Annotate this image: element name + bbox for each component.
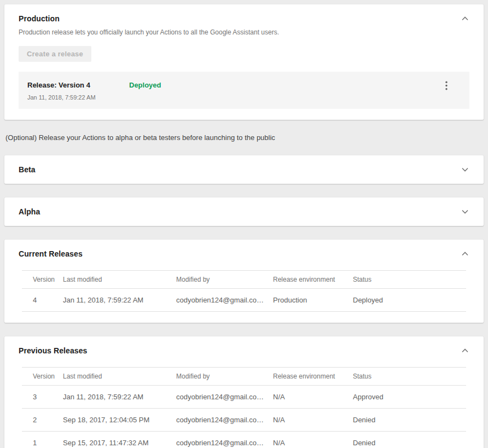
column-status: Status [353,271,466,289]
cell-last-modified: Jan 11, 2018, 7:59:22 AM [63,289,176,312]
production-body: Production release lets you officially l… [4,28,484,120]
optional-note: (Optional) Release your Actions to alpha… [5,133,484,142]
cell-version: 1 [22,432,63,448]
production-header[interactable]: Production [4,4,484,25]
cell-status: Denied [353,409,466,432]
beta-title: Beta [19,165,36,174]
cell-status: Approved [353,386,466,409]
release-status-badge: Deployed [129,81,161,89]
release-date: Jan 11, 2018, 7:59:22 AM [27,94,129,101]
previous-releases-table-wrap: Version Last modified Modified by Releas… [22,367,466,448]
column-last-modified: Last modified [63,271,176,289]
cell-modified-by: codyobrien124@gmail.co… [176,289,273,312]
create-release-button[interactable]: Create a release [19,46,91,62]
cell-last-modified: Sep 15, 2017, 11:47:32 AM [63,432,176,448]
column-version: Version [22,368,63,386]
alpha-title: Alpha [19,207,40,216]
previous-releases-header[interactable]: Previous Releases [4,336,484,365]
alpha-header[interactable]: Alpha [4,197,484,226]
cell-version: 2 [22,409,63,432]
table-row: 4 Jan 11, 2018, 7:59:22 AM codyobrien124… [22,289,466,312]
current-releases-table-wrap: Version Last modified Modified by Releas… [22,270,466,323]
chevron-down-icon[interactable] [461,208,469,215]
column-version: Version [22,271,63,289]
chevron-up-icon[interactable] [461,15,469,22]
alpha-card: Alpha [4,197,484,226]
cell-version: 4 [22,289,63,312]
table-row: 3 Jan 11, 2018, 7:59:22 AM codyobrien124… [22,386,466,409]
column-last-modified: Last modified [63,368,176,386]
cell-modified-by: codyobrien124@gmail.co… [176,386,273,409]
production-title: Production [19,14,60,23]
previous-releases-table: Version Last modified Modified by Releas… [22,367,466,448]
current-releases-title: Current Releases [19,249,83,258]
column-modified-by: Modified by [176,368,273,386]
production-description: Production release lets you officially l… [19,28,469,36]
table-header-row: Version Last modified Modified by Releas… [22,271,466,289]
column-modified-by: Modified by [176,271,273,289]
cell-release-environment: Production [273,289,353,312]
cell-modified-by: codyobrien124@gmail.co… [176,409,273,432]
release-page: Production Production release lets you o… [0,0,488,448]
current-releases-table: Version Last modified Modified by Releas… [22,270,466,312]
cell-status: Deployed [353,289,466,312]
cell-modified-by: codyobrien124@gmail.co… [176,432,273,448]
cell-version: 3 [22,386,63,409]
chevron-up-icon[interactable] [461,251,469,257]
cell-release-environment: N/A [273,386,353,409]
cell-last-modified: Jan 11, 2018, 7:59:22 AM [63,386,176,409]
table-header-row: Version Last modified Modified by Releas… [22,368,466,386]
cell-release-environment: N/A [273,432,353,448]
previous-releases-card: Previous Releases Version Last modified … [4,336,484,448]
more-vert-icon[interactable] [443,81,450,90]
release-info: Release: Version 4 Jan 11, 2018, 7:59:22… [27,81,129,101]
chevron-up-icon[interactable] [461,347,469,354]
release-name: Release: Version 4 [27,81,129,89]
column-release-environment: Release environment [273,368,353,386]
chevron-down-icon[interactable] [461,166,469,173]
cell-status: Denied [353,432,466,448]
previous-releases-title: Previous Releases [19,346,87,355]
current-releases-card: Current Releases Version Last modified M… [4,240,484,323]
production-card: Production Production release lets you o… [4,4,484,120]
table-row: 1 Sep 15, 2017, 11:47:32 AM codyobrien12… [22,432,466,448]
cell-last-modified: Sep 18, 2017, 12:04:05 PM [63,409,176,432]
beta-header[interactable]: Beta [4,155,484,184]
column-status: Status [353,368,466,386]
cell-release-environment: N/A [273,409,353,432]
table-row: 2 Sep 18, 2017, 12:04:05 PM codyobrien12… [22,409,466,432]
column-release-environment: Release environment [273,271,353,289]
release-row: Release: Version 4 Jan 11, 2018, 7:59:22… [19,72,469,109]
beta-card: Beta [4,155,484,184]
current-releases-header[interactable]: Current Releases [4,240,484,268]
